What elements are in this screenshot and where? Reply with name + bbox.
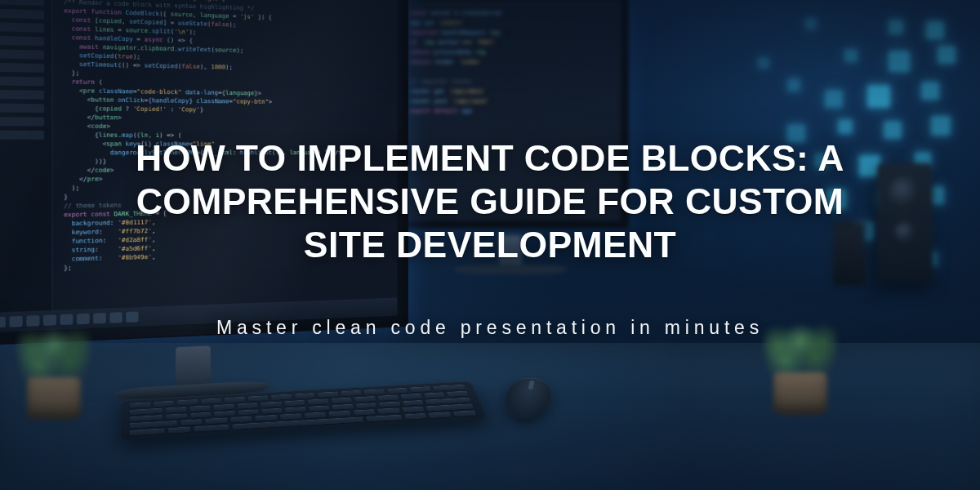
hero-title: HOW TO IMPLEMENT CODE BLOCKS: A COMPREHE… [0, 137, 980, 267]
hero-subtitle: Master clean code presentation in minute… [0, 317, 980, 339]
